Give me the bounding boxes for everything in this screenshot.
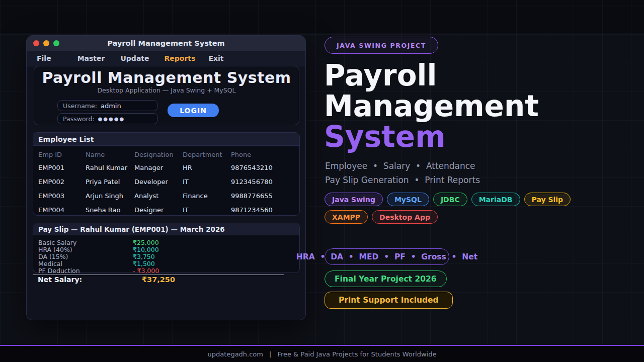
payslip-row: Medical ₹1,500 [38, 260, 294, 267]
tag-mysql: MySQL [387, 193, 429, 206]
hero-title-line3: System [324, 122, 626, 152]
login-heading: Payroll Management System [34, 69, 299, 86]
app-window: Payroll Management System File Master Up… [26, 35, 306, 320]
payslip-row-value: ₹10,000 [133, 246, 159, 253]
net-salary-value: ₹37,250 [142, 276, 175, 284]
cell-name: Priya Patel [86, 178, 134, 186]
employee-list-title: Employee List [33, 133, 299, 146]
username-label: Username: [63, 102, 97, 110]
payslip-row: Basic Salary ₹25,000 [38, 239, 294, 246]
cell-designation: Manager [134, 164, 183, 171]
net-salary-divider [33, 275, 284, 275]
payslip-row-label: HRA (40%) [38, 246, 133, 253]
hero-subtitle: Employee • Salary • Attendance Pay Slip … [325, 159, 607, 187]
footer-site: updategadh.com [208, 350, 263, 358]
cell-designation: Analyst [134, 192, 183, 200]
table-row[interactable]: EMP002 Priya Patel Developer IT 91234567… [38, 174, 294, 189]
footer-separator: | [269, 350, 271, 358]
net-salary-label: Net Salary: [38, 276, 82, 284]
cell-department: Finance [183, 192, 231, 200]
final-year-project-pill: Final Year Project 2026 [325, 270, 447, 287]
table-row[interactable]: EMP001 Rahul Kumar Manager HR 9876543210 [38, 160, 294, 174]
menu-exit[interactable]: Exit [208, 54, 223, 62]
menu-file[interactable]: File [37, 54, 51, 62]
cell-name: Rahul Kumar [86, 164, 134, 171]
cell-emp-id: EMP001 [38, 164, 86, 171]
hero-title: Payroll Management System [324, 60, 626, 152]
menu-reports[interactable]: Reports [165, 54, 196, 62]
cell-name: Sneha Rao [86, 206, 134, 214]
tag-mariadb: MariaDB [471, 193, 520, 206]
hero-title-line1: Payroll [324, 60, 626, 91]
payslip-title: Pay Slip — Rahul Kumar (EMP001) — March … [33, 223, 299, 235]
payslip-row: DA (15%) ₹3,750 [38, 253, 294, 260]
table-row[interactable]: EMP003 Arjun Singh Analyst Finance 99887… [38, 189, 294, 203]
window-title: Payroll Management System [27, 36, 305, 51]
employee-table: Emp ID Name Designation Department Phone… [33, 148, 299, 217]
payslip-row: HRA (40%) ₹10,000 [38, 246, 294, 253]
cell-phone: 9876543210 [231, 164, 294, 171]
tag-jdbc: JDBC [433, 193, 467, 206]
java-swing-project-badge: JAVA SWING PROJECT [325, 37, 438, 54]
hero-subtitle-line2: Pay Slip Generation • Print Reports [325, 173, 607, 187]
cell-department: HR [183, 164, 231, 171]
table-row[interactable]: EMP004 Sneha Rao Designer IT 9871234560 [38, 203, 294, 217]
payslip-panel: Pay Slip — Rahul Kumar (EMP001) — March … [33, 223, 300, 273]
tag-java-swing: Java Swing [325, 193, 383, 206]
cell-department: IT [183, 178, 231, 186]
cell-phone: 9123456780 [231, 178, 294, 186]
login-button[interactable]: LOGIN [168, 104, 219, 117]
window-titlebar: Payroll Management System [27, 36, 305, 51]
payslip-row: PF Deduction - ₹3,000 [38, 267, 294, 274]
tag-xampp: XAMPP [325, 210, 368, 224]
col-emp-id: Emp ID [38, 151, 86, 158]
payslip-row-value: ₹25,000 [133, 239, 159, 246]
tech-tags: Java Swing MySQL JDBC MariaDB Pay Slip X… [325, 193, 606, 224]
login-subtitle: Desktop Application — Java Swing + MySQL [34, 86, 299, 94]
cell-department: IT [183, 206, 231, 214]
username-value: admin [101, 102, 121, 110]
salary-components-pill: HRA • DA • MED • PF • Gross • Net [325, 248, 449, 265]
footer-tagline: Free & Paid Java Projects for Students W… [277, 350, 436, 358]
cell-designation: Developer [134, 178, 183, 186]
cell-emp-id: EMP002 [38, 178, 86, 186]
payslip-row-value: ₹3,750 [133, 253, 155, 260]
payslip-row-label: Basic Salary [38, 239, 133, 246]
employee-table-header: Emp ID Name Designation Department Phone [38, 148, 294, 160]
menu-update[interactable]: Update [120, 54, 149, 62]
salary-components-text: HRA • DA • MED • PF • Gross • Net [296, 252, 477, 261]
payslip-row-value: ₹1,500 [133, 260, 155, 267]
page-background: Payroll Management System File Master Up… [0, 0, 644, 362]
cell-name: Arjun Singh [86, 192, 134, 200]
cell-phone: 9988776655 [231, 192, 294, 200]
tag-pay-slip: Pay Slip [524, 193, 571, 206]
payslip-row-label: DA (15%) [38, 253, 133, 260]
cell-emp-id: EMP003 [38, 192, 86, 200]
login-panel: Payroll Management System Desktop Applic… [34, 66, 299, 125]
password-field[interactable]: Password: ●●●●● [57, 113, 158, 124]
cell-phone: 9871234560 [231, 206, 294, 214]
password-dots: ●●●●● [98, 116, 125, 122]
payslip-row-label: Medical [38, 260, 133, 267]
username-field[interactable]: Username: admin [57, 100, 158, 111]
employee-list-panel: Employee List Emp ID Name Designation De… [33, 132, 300, 216]
col-name: Name [86, 151, 134, 158]
col-designation: Designation [134, 151, 183, 158]
col-phone: Phone [231, 151, 294, 158]
payslip-rows: Basic Salary ₹25,000 HRA (40%) ₹10,000 D… [33, 235, 299, 274]
hero-subtitle-line1: Employee • Salary • Attendance [325, 159, 607, 173]
footer-bar: updategadh.com | Free & Paid Java Projec… [0, 345, 644, 362]
password-label: Password: [63, 115, 95, 123]
payslip-row-value: - ₹3,000 [133, 267, 159, 275]
menu-bar: File Master Update Reports Exit [27, 51, 305, 66]
cell-emp-id: EMP004 [38, 206, 86, 214]
payslip-row-label: PF Deduction [38, 267, 133, 275]
hero-title-line2: Management [324, 91, 626, 122]
tag-desktop-app: Desktop App [372, 210, 438, 224]
col-department: Department [183, 151, 231, 158]
cell-designation: Designer [134, 206, 183, 214]
print-support-pill: Print Support Included [325, 292, 453, 309]
menu-master[interactable]: Master [77, 54, 105, 62]
